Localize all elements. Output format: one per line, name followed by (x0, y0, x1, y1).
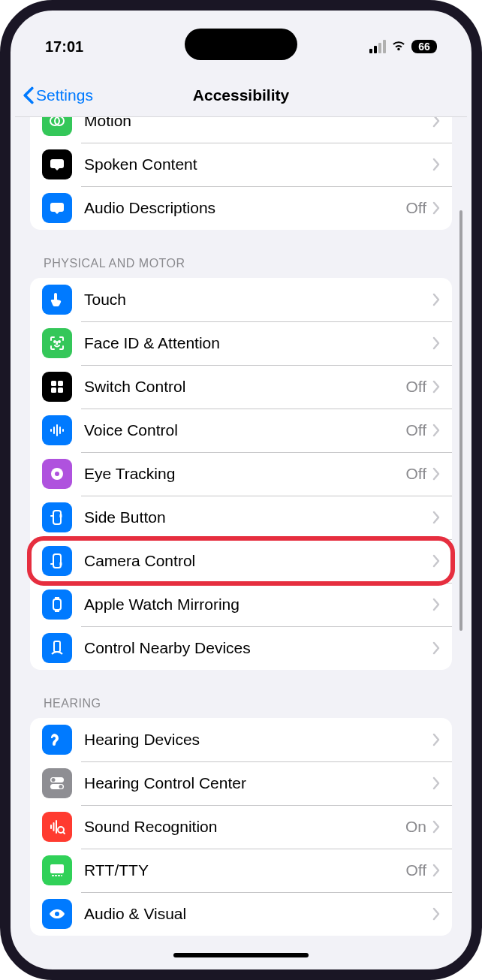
row-value: Off (405, 378, 426, 396)
svg-rect-36 (61, 875, 62, 876)
svg-point-4 (53, 207, 56, 209)
eye-tracking-icon (42, 459, 72, 489)
svg-point-8 (59, 341, 60, 342)
audio-visual-icon (42, 899, 72, 929)
back-button[interactable]: Settings (23, 86, 93, 104)
vision-row-audio-descriptions[interactable]: Audio DescriptionsOff (30, 186, 452, 230)
row-label: Face ID & Attention (84, 334, 432, 352)
battery-level: 66 (411, 40, 437, 53)
physical-row-control-nearby-devices[interactable]: Control Nearby Devices (30, 626, 452, 670)
svg-rect-21 (53, 554, 61, 568)
chevron-right-icon (432, 117, 440, 128)
svg-rect-32 (50, 864, 64, 873)
svg-rect-10 (58, 381, 63, 386)
row-label: Control Nearby Devices (84, 639, 432, 657)
chevron-right-icon (432, 820, 440, 834)
row-value: On (405, 818, 426, 836)
svg-rect-16 (59, 427, 61, 434)
row-label: Audio Descriptions (84, 199, 405, 217)
svg-point-5 (56, 207, 59, 209)
physical-row-touch[interactable]: Touch (30, 278, 452, 321)
voice-control-icon (42, 415, 72, 445)
physical-row-apple-watch-mirroring[interactable]: Apple Watch Mirroring (30, 583, 452, 626)
nearby-devices-icon (42, 633, 72, 663)
row-label: Side Button (84, 508, 432, 526)
row-value: Off (405, 199, 426, 217)
row-value: Off (405, 421, 426, 439)
vision-group: MotionSpoken ContentAudio DescriptionsOf… (30, 117, 452, 230)
status-time: 17:01 (45, 38, 83, 56)
back-label: Settings (36, 86, 93, 104)
hearing-row-hearing-control-center[interactable]: Hearing Control Center (30, 761, 452, 805)
hearing-rows: Hearing DevicesHearing Control CenterSou… (30, 718, 452, 936)
row-label: Camera Control (84, 552, 432, 570)
row-label: Hearing Devices (84, 731, 432, 749)
physical-row-side-button[interactable]: Side Button (30, 496, 452, 539)
hearing-row-sound-recognition[interactable]: Sound RecognitionOn (30, 805, 452, 849)
svg-point-26 (52, 778, 56, 782)
svg-rect-9 (51, 381, 56, 386)
switch-control-icon (42, 372, 72, 402)
hearing-header: HEARING (30, 697, 452, 718)
motion-icon (42, 117, 72, 136)
physical-motor-header: PHYSICAL AND MOTOR (30, 257, 452, 278)
physical-row-face-id-attention[interactable]: Face ID & Attention (30, 321, 452, 365)
faceid-icon (42, 328, 72, 358)
svg-rect-34 (55, 875, 57, 876)
scroll-indicator[interactable] (459, 210, 462, 631)
row-label: Hearing Control Center (84, 774, 432, 792)
side-button-icon (42, 502, 72, 532)
svg-rect-2 (50, 159, 64, 168)
hearing-row-hearing-devices[interactable]: Hearing Devices (30, 718, 452, 761)
dynamic-island (185, 29, 297, 60)
chevron-right-icon (432, 158, 440, 171)
hearing-group: HEARING Hearing DevicesHearing Control C… (30, 697, 452, 936)
hearing-control-icon (42, 768, 72, 798)
hearing-row-rtt-tty[interactable]: RTT/TTYOff (30, 849, 452, 892)
svg-rect-13 (50, 429, 52, 432)
row-label: Spoken Content (84, 155, 432, 173)
svg-rect-17 (62, 429, 64, 432)
chevron-right-icon (432, 554, 440, 568)
hearing-devices-icon (42, 725, 72, 755)
row-value: Off (405, 861, 426, 879)
rtt-tty-icon (42, 855, 72, 885)
spoken-content-icon (42, 149, 72, 179)
physical-row-switch-control[interactable]: Switch ControlOff (30, 365, 452, 409)
svg-rect-35 (58, 875, 60, 876)
home-indicator[interactable] (173, 953, 309, 957)
vision-row-motion[interactable]: Motion (30, 117, 452, 143)
chevron-right-icon (432, 733, 440, 746)
hearing-row-audio-visual[interactable]: Audio & Visual (30, 892, 452, 936)
svg-point-7 (54, 341, 56, 342)
screen: 17:01 66 Settings Accessibility Motion (15, 15, 467, 965)
svg-rect-22 (53, 599, 61, 610)
row-label: Switch Control (84, 378, 405, 396)
cellular-signal-icon (369, 40, 386, 53)
chevron-right-icon (432, 201, 440, 215)
svg-rect-14 (53, 427, 55, 434)
row-label: Apple Watch Mirroring (84, 596, 432, 614)
vision-rows: MotionSpoken ContentAudio DescriptionsOf… (30, 117, 452, 230)
chevron-right-icon (432, 293, 440, 306)
vision-row-spoken-content[interactable]: Spoken Content (30, 143, 452, 186)
svg-point-19 (55, 472, 59, 476)
settings-content[interactable]: MotionSpoken ContentAudio DescriptionsOf… (15, 117, 467, 965)
camera-control-icon (42, 546, 72, 576)
watch-mirroring-icon (42, 590, 72, 620)
physical-row-eye-tracking[interactable]: Eye TrackingOff (30, 452, 452, 496)
physical-row-voice-control[interactable]: Voice ControlOff (30, 409, 452, 452)
phone-frame: 17:01 66 Settings Accessibility Motion (0, 0, 482, 980)
chevron-right-icon (432, 776, 440, 790)
chevron-right-icon (432, 380, 440, 394)
status-right: 66 (369, 37, 437, 57)
physical-row-camera-control[interactable]: Camera Control (30, 539, 452, 583)
chevron-right-icon (432, 511, 440, 524)
row-label: Touch (84, 291, 432, 309)
row-label: RTT/TTY (84, 861, 405, 879)
svg-point-37 (55, 912, 59, 916)
wifi-icon (390, 37, 407, 57)
row-label: Sound Recognition (84, 818, 405, 836)
svg-point-27 (59, 785, 63, 789)
svg-rect-12 (58, 387, 63, 393)
